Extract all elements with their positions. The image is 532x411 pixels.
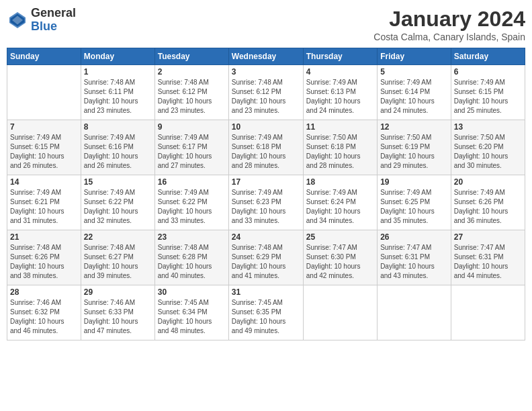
calendar-cell: 16Sunrise: 7:49 AM Sunset: 6:22 PM Dayli… bbox=[154, 175, 228, 230]
cell-content: Sunrise: 7:46 AM Sunset: 6:33 PM Dayligh… bbox=[84, 298, 152, 336]
day-number: 9 bbox=[158, 122, 226, 132]
day-number: 6 bbox=[454, 67, 522, 77]
cell-content: Sunrise: 7:48 AM Sunset: 6:29 PM Dayligh… bbox=[232, 243, 300, 281]
page-header: General Blue January 2024 Costa Calma, C… bbox=[7, 7, 525, 42]
cell-content: Sunrise: 7:49 AM Sunset: 6:14 PM Dayligh… bbox=[380, 78, 448, 116]
calendar-cell: 30Sunrise: 7:45 AM Sunset: 6:34 PM Dayli… bbox=[154, 285, 228, 340]
day-number: 7 bbox=[10, 122, 78, 132]
calendar-cell: 25Sunrise: 7:47 AM Sunset: 6:30 PM Dayli… bbox=[303, 230, 377, 285]
day-number: 31 bbox=[232, 287, 300, 297]
cell-content: Sunrise: 7:49 AM Sunset: 6:16 PM Dayligh… bbox=[84, 133, 152, 171]
day-header-tuesday: Tuesday bbox=[154, 48, 228, 65]
calendar-cell: 7Sunrise: 7:49 AM Sunset: 6:15 PM Daylig… bbox=[7, 120, 81, 175]
cell-content: Sunrise: 7:50 AM Sunset: 6:18 PM Dayligh… bbox=[306, 133, 374, 171]
day-number: 30 bbox=[158, 287, 226, 297]
week-row-4: 21Sunrise: 7:48 AM Sunset: 6:26 PM Dayli… bbox=[7, 230, 525, 285]
week-row-5: 28Sunrise: 7:46 AM Sunset: 6:32 PM Dayli… bbox=[7, 285, 525, 340]
days-row: SundayMondayTuesdayWednesdayThursdayFrid… bbox=[7, 48, 525, 65]
cell-content: Sunrise: 7:49 AM Sunset: 6:15 PM Dayligh… bbox=[10, 133, 78, 171]
calendar-body: 1Sunrise: 7:48 AM Sunset: 6:11 PM Daylig… bbox=[7, 65, 525, 340]
cell-content: Sunrise: 7:45 AM Sunset: 6:35 PM Dayligh… bbox=[232, 298, 300, 336]
calendar-cell bbox=[378, 285, 451, 340]
day-number: 1 bbox=[84, 67, 152, 77]
cell-content: Sunrise: 7:49 AM Sunset: 6:26 PM Dayligh… bbox=[454, 188, 522, 226]
day-number: 20 bbox=[454, 177, 522, 187]
calendar-cell: 29Sunrise: 7:46 AM Sunset: 6:33 PM Dayli… bbox=[81, 285, 154, 340]
cell-content: Sunrise: 7:49 AM Sunset: 6:18 PM Dayligh… bbox=[232, 133, 300, 171]
calendar-cell: 17Sunrise: 7:49 AM Sunset: 6:23 PM Dayli… bbox=[228, 175, 303, 230]
day-number: 12 bbox=[380, 122, 448, 132]
day-number: 3 bbox=[232, 67, 300, 77]
day-number: 28 bbox=[10, 287, 78, 297]
cell-content: Sunrise: 7:49 AM Sunset: 6:17 PM Dayligh… bbox=[158, 133, 226, 171]
cell-content: Sunrise: 7:48 AM Sunset: 6:28 PM Dayligh… bbox=[158, 243, 226, 281]
day-number: 27 bbox=[454, 232, 522, 242]
calendar-cell: 15Sunrise: 7:49 AM Sunset: 6:22 PM Dayli… bbox=[81, 175, 154, 230]
day-number: 10 bbox=[232, 122, 300, 132]
day-number: 29 bbox=[84, 287, 152, 297]
day-number: 17 bbox=[232, 177, 300, 187]
location-subtitle: Costa Calma, Canary Islands, Spain bbox=[373, 32, 525, 42]
cell-content: Sunrise: 7:49 AM Sunset: 6:15 PM Dayligh… bbox=[454, 78, 522, 116]
day-number: 22 bbox=[84, 232, 152, 242]
cell-content: Sunrise: 7:50 AM Sunset: 6:19 PM Dayligh… bbox=[380, 133, 448, 171]
cell-content: Sunrise: 7:46 AM Sunset: 6:32 PM Dayligh… bbox=[10, 298, 78, 336]
cell-content: Sunrise: 7:50 AM Sunset: 6:20 PM Dayligh… bbox=[454, 133, 522, 171]
cell-content: Sunrise: 7:47 AM Sunset: 6:30 PM Dayligh… bbox=[306, 243, 374, 281]
cell-content: Sunrise: 7:49 AM Sunset: 6:22 PM Dayligh… bbox=[84, 188, 152, 226]
week-row-2: 7Sunrise: 7:49 AM Sunset: 6:15 PM Daylig… bbox=[7, 120, 525, 175]
calendar-cell: 19Sunrise: 7:49 AM Sunset: 6:25 PM Dayli… bbox=[378, 175, 451, 230]
calendar-cell: 23Sunrise: 7:48 AM Sunset: 6:28 PM Dayli… bbox=[154, 230, 228, 285]
title-area: January 2024 Costa Calma, Canary Islands… bbox=[373, 7, 525, 42]
logo-text: General Blue bbox=[31, 7, 76, 34]
day-number: 23 bbox=[158, 232, 226, 242]
calendar-cell: 10Sunrise: 7:49 AM Sunset: 6:18 PM Dayli… bbox=[228, 120, 303, 175]
calendar-cell: 22Sunrise: 7:48 AM Sunset: 6:27 PM Dayli… bbox=[81, 230, 154, 285]
day-number: 2 bbox=[158, 67, 226, 77]
calendar-cell bbox=[451, 285, 525, 340]
cell-content: Sunrise: 7:49 AM Sunset: 6:22 PM Dayligh… bbox=[158, 188, 226, 226]
cell-content: Sunrise: 7:48 AM Sunset: 6:12 PM Dayligh… bbox=[232, 78, 300, 116]
calendar-cell: 9Sunrise: 7:49 AM Sunset: 6:17 PM Daylig… bbox=[154, 120, 228, 175]
calendar-cell: 14Sunrise: 7:49 AM Sunset: 6:21 PM Dayli… bbox=[7, 175, 81, 230]
calendar-cell: 20Sunrise: 7:49 AM Sunset: 6:26 PM Dayli… bbox=[451, 175, 525, 230]
day-header-thursday: Thursday bbox=[303, 48, 377, 65]
day-header-monday: Monday bbox=[81, 48, 154, 65]
day-number: 18 bbox=[306, 177, 374, 187]
day-header-friday: Friday bbox=[378, 48, 451, 65]
cell-content: Sunrise: 7:48 AM Sunset: 6:26 PM Dayligh… bbox=[10, 243, 78, 281]
calendar-cell: 11Sunrise: 7:50 AM Sunset: 6:18 PM Dayli… bbox=[303, 120, 377, 175]
cell-content: Sunrise: 7:48 AM Sunset: 6:12 PM Dayligh… bbox=[158, 78, 226, 116]
calendar-cell bbox=[303, 285, 377, 340]
calendar-cell: 18Sunrise: 7:49 AM Sunset: 6:24 PM Dayli… bbox=[303, 175, 377, 230]
day-number: 11 bbox=[306, 122, 374, 132]
calendar-cell: 13Sunrise: 7:50 AM Sunset: 6:20 PM Dayli… bbox=[451, 120, 525, 175]
cell-content: Sunrise: 7:47 AM Sunset: 6:31 PM Dayligh… bbox=[454, 243, 522, 281]
calendar-cell: 31Sunrise: 7:45 AM Sunset: 6:35 PM Dayli… bbox=[228, 285, 303, 340]
calendar-cell: 5Sunrise: 7:49 AM Sunset: 6:14 PM Daylig… bbox=[378, 65, 451, 120]
calendar-cell: 1Sunrise: 7:48 AM Sunset: 6:11 PM Daylig… bbox=[81, 65, 154, 120]
calendar-cell: 2Sunrise: 7:48 AM Sunset: 6:12 PM Daylig… bbox=[154, 65, 228, 120]
cell-content: Sunrise: 7:49 AM Sunset: 6:25 PM Dayligh… bbox=[380, 188, 448, 226]
cell-content: Sunrise: 7:45 AM Sunset: 6:34 PM Dayligh… bbox=[158, 298, 226, 336]
day-number: 15 bbox=[84, 177, 152, 187]
calendar-cell: 12Sunrise: 7:50 AM Sunset: 6:19 PM Dayli… bbox=[378, 120, 451, 175]
cell-content: Sunrise: 7:47 AM Sunset: 6:31 PM Dayligh… bbox=[380, 243, 448, 281]
logo: General Blue bbox=[7, 7, 76, 34]
day-number: 13 bbox=[454, 122, 522, 132]
cell-content: Sunrise: 7:49 AM Sunset: 6:21 PM Dayligh… bbox=[10, 188, 78, 226]
day-number: 19 bbox=[380, 177, 448, 187]
calendar-cell: 4Sunrise: 7:49 AM Sunset: 6:13 PM Daylig… bbox=[303, 65, 377, 120]
day-number: 26 bbox=[380, 232, 448, 242]
cell-content: Sunrise: 7:48 AM Sunset: 6:27 PM Dayligh… bbox=[84, 243, 152, 281]
calendar-table: SundayMondayTuesdayWednesdayThursdayFrid… bbox=[7, 48, 525, 340]
month-title: January 2024 bbox=[373, 7, 525, 32]
week-row-3: 14Sunrise: 7:49 AM Sunset: 6:21 PM Dayli… bbox=[7, 175, 525, 230]
cell-content: Sunrise: 7:49 AM Sunset: 6:23 PM Dayligh… bbox=[232, 188, 300, 226]
cell-content: Sunrise: 7:49 AM Sunset: 6:24 PM Dayligh… bbox=[306, 188, 374, 226]
calendar-cell: 21Sunrise: 7:48 AM Sunset: 6:26 PM Dayli… bbox=[7, 230, 81, 285]
calendar-cell: 8Sunrise: 7:49 AM Sunset: 6:16 PM Daylig… bbox=[81, 120, 154, 175]
day-header-wednesday: Wednesday bbox=[228, 48, 303, 65]
calendar-cell: 6Sunrise: 7:49 AM Sunset: 6:15 PM Daylig… bbox=[451, 65, 525, 120]
day-number: 16 bbox=[158, 177, 226, 187]
